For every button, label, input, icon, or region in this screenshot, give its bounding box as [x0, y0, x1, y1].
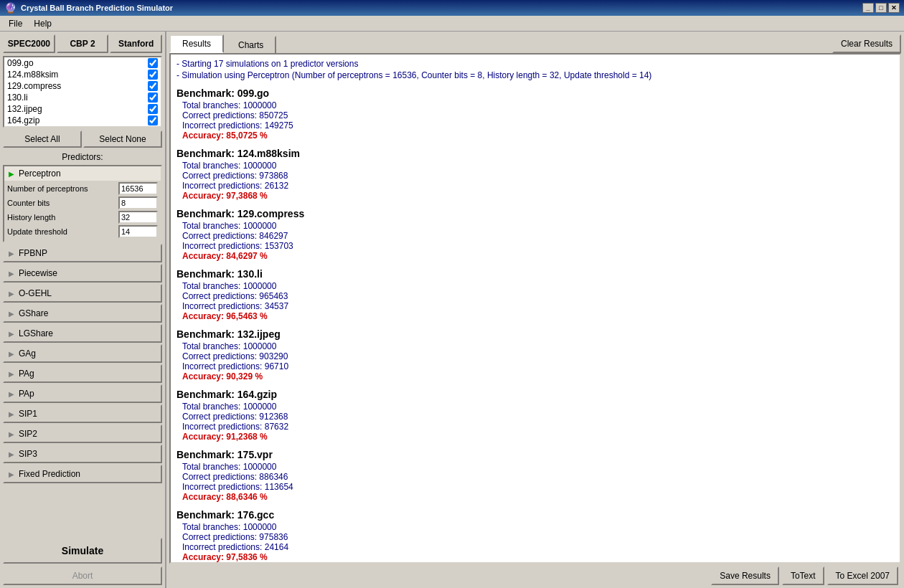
param-row-perceptrons: Number of perceptrons [7, 182, 158, 195]
list-item[interactable]: 132.ijpeg [4, 103, 161, 115]
save-results-button[interactable]: Save Results [711, 566, 779, 585]
predictor-perceptron-header[interactable]: ▶ Perceptron [4, 166, 161, 181]
tab-charts[interactable]: Charts [225, 36, 276, 53]
stat-total-099go: Total branches: 1000000 [176, 100, 894, 110]
benchmark-result-164gzip: Benchmark: 164.gzip Total branches: 1000… [176, 389, 894, 442]
bench-checkbox-099go[interactable] [148, 58, 158, 68]
param-input-updatethreshold[interactable] [118, 225, 158, 238]
main-layout: SPEC2000 CBP 2 Stanford 099.go 124.m88ks… [0, 32, 904, 588]
list-item[interactable]: 099.go [4, 57, 161, 69]
stat-total-124m88ksim: Total branches: 1000000 [176, 161, 894, 171]
benchmark-result-099go: Benchmark: 099.go Total branches: 100000… [176, 87, 894, 141]
bench-name: 129.compress [7, 81, 61, 91]
play-icon-piecewise: ▶ [9, 270, 14, 278]
bench-checkbox-164gzip[interactable] [148, 115, 158, 125]
bottom-bar: Save Results ToText To Excel 2007 [166, 564, 904, 588]
totext-button[interactable]: ToText [782, 566, 824, 585]
tab-results[interactable]: Results [169, 34, 224, 53]
menu-help[interactable]: Help [28, 17, 57, 30]
predictors-label: Predictors: [3, 152, 162, 162]
predictor-piecewise: ▶ Piecewise [3, 264, 162, 283]
window-controls: _ □ ✕ [862, 3, 900, 13]
simulate-button[interactable]: Simulate [3, 538, 162, 564]
predictor-piecewise-button[interactable]: ▶ Piecewise [3, 264, 162, 283]
stat-total-132ijpeg: Total branches: 1000000 [176, 341, 894, 351]
toexcel-button[interactable]: To Excel 2007 [827, 566, 898, 585]
list-item[interactable]: 129.compress [4, 80, 161, 92]
bench-checkbox-124m88ksim[interactable] [148, 70, 158, 80]
stat-total-129compress: Total branches: 1000000 [176, 221, 894, 231]
stat-incorrect-129compress: Incorrect predictions: 153703 [176, 241, 894, 251]
menu-file[interactable]: File [3, 17, 28, 30]
predictor-sip1-label: SIP1 [19, 409, 37, 419]
play-icon-pap: ▶ [9, 390, 14, 398]
param-label-historylength: History length [7, 213, 118, 222]
predictor-gag-button[interactable]: ▶ GAg [3, 344, 162, 363]
stat-incorrect-175vpr: Incorrect predictions: 113654 [176, 482, 894, 492]
bench-checkbox-129compress[interactable] [148, 81, 158, 91]
predictor-sip3: ▶ SIP3 [3, 445, 162, 463]
predictor-fpbnp-button[interactable]: ▶ FPBNP [3, 244, 162, 262]
list-item[interactable]: 164.gzip [4, 115, 161, 126]
titlebar: 🔮 Crystal Ball Branch Prediction Simulat… [0, 0, 904, 16]
clear-results-button[interactable]: Clear Results [832, 34, 901, 53]
play-icon-sip2: ▶ [9, 430, 14, 438]
param-input-perceptrons[interactable] [118, 182, 158, 195]
predictor-gag: ▶ GAg [3, 344, 162, 363]
benchmark-title-164gzip: Benchmark: 164.gzip [176, 389, 894, 400]
play-icon-gag: ▶ [9, 350, 14, 358]
stat-incorrect-130li: Incorrect predictions: 34537 [176, 301, 894, 311]
stat-incorrect-099go: Incorrect predictions: 149275 [176, 120, 894, 131]
bench-checkbox-132ijpeg[interactable] [148, 104, 158, 114]
predictor-lgshare-button[interactable]: ▶ LGShare [3, 324, 162, 343]
stat-correct-099go: Correct predictions: 850725 [176, 110, 894, 120]
predictor-fixedprediction-button[interactable]: ▶ Fixed Prediction [3, 465, 162, 483]
abort-button[interactable]: Abort [3, 566, 162, 585]
predictor-pag: ▶ PAg [3, 364, 162, 383]
stat-correct-132ijpeg: Correct predictions: 903290 [176, 351, 894, 361]
close-button[interactable]: ✕ [888, 3, 900, 13]
play-icon-fpbnp: ▶ [9, 250, 14, 257]
select-all-button[interactable]: Select All [3, 131, 82, 148]
predictor-gshare: ▶ GShare [3, 304, 162, 323]
predictor-gag-label: GAg [19, 348, 36, 359]
stat-accuracy-164gzip: Accuracy: 91,2368 % [176, 432, 894, 442]
param-label-updatethreshold: Update threshold [7, 227, 118, 236]
bench-checkbox-130li[interactable] [148, 93, 158, 103]
tab-spec2000[interactable]: SPEC2000 [3, 34, 55, 53]
tab-bar: Results Charts Clear Results [166, 32, 904, 53]
stat-correct-164gzip: Correct predictions: 912368 [176, 412, 894, 422]
param-input-historylength[interactable] [118, 211, 158, 224]
predictor-pap-button[interactable]: ▶ PAp [3, 384, 162, 403]
benchmark-title-099go: Benchmark: 099.go [176, 87, 894, 99]
tab-stanford[interactable]: Stanford [110, 34, 162, 53]
play-icon-sip3: ▶ [9, 450, 14, 458]
minimize-button[interactable]: _ [862, 3, 874, 13]
predictor-gshare-label: GShare [19, 308, 48, 318]
predictor-sip1-button[interactable]: ▶ SIP1 [3, 404, 162, 423]
stat-incorrect-124m88ksim: Incorrect predictions: 26132 [176, 181, 894, 191]
benchmark-title-130li: Benchmark: 130.li [176, 268, 894, 280]
predictor-sip2-button[interactable]: ▶ SIP2 [3, 425, 162, 443]
predictor-gshare-button[interactable]: ▶ GShare [3, 304, 162, 323]
predictor-sip3-button[interactable]: ▶ SIP3 [3, 445, 162, 463]
bench-name: 132.ijpeg [7, 104, 42, 114]
stat-correct-130li: Correct predictions: 965463 [176, 291, 894, 301]
tab-cbp2[interactable]: CBP 2 [57, 34, 109, 53]
predictor-ogehl-button[interactable]: ▶ O-GEHL [3, 284, 162, 303]
predictor-pag-button[interactable]: ▶ PAg [3, 364, 162, 383]
stat-accuracy-176gcc: Accuracy: 97,5836 % [176, 552, 894, 562]
param-input-counterbits[interactable] [118, 196, 158, 209]
menubar: File Help [0, 16, 904, 32]
benchmark-title-176gcc: Benchmark: 176.gcc [176, 509, 894, 521]
predictor-lgshare-label: LGShare [19, 328, 53, 338]
maximize-button[interactable]: □ [875, 3, 887, 13]
list-item[interactable]: 124.m88ksim [4, 69, 161, 80]
param-row-counterbits: Counter bits [7, 196, 158, 209]
predictor-lgshare: ▶ LGShare [3, 324, 162, 343]
stat-correct-175vpr: Correct predictions: 886346 [176, 472, 894, 482]
select-none-button[interactable]: Select None [83, 131, 162, 148]
list-item[interactable]: 130.li [4, 92, 161, 103]
stat-correct-176gcc: Correct predictions: 975836 [176, 532, 894, 542]
predictor-piecewise-label: Piecewise [19, 268, 57, 278]
